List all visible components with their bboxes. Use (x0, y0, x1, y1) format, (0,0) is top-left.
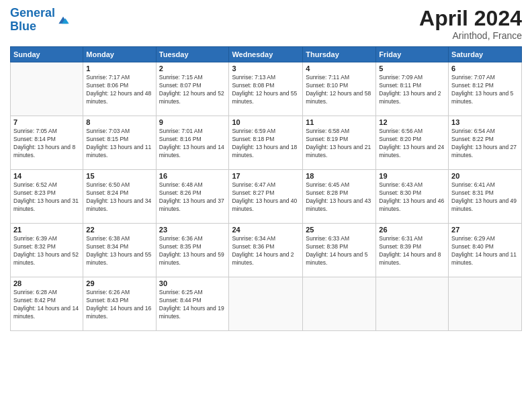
calendar-table: Sunday Monday Tuesday Wednesday Thursday… (10, 46, 522, 331)
day-number: 28 (13, 279, 80, 287)
title-block: April 2024 Arinthod, France (419, 7, 522, 41)
col-tuesday: Tuesday (156, 47, 229, 62)
day-cell: 15Sunrise: 6:50 AMSunset: 8:24 PMDayligh… (83, 170, 156, 224)
day-cell: 2Sunrise: 7:15 AMSunset: 8:07 PMDaylight… (156, 62, 229, 116)
logo-line2: Blue (10, 19, 36, 33)
day-info: Sunrise: 6:29 AMSunset: 8:40 PMDaylight:… (451, 235, 519, 267)
day-cell: 18Sunrise: 6:45 AMSunset: 8:28 PMDayligh… (303, 170, 376, 224)
day-cell: 10Sunrise: 6:59 AMSunset: 8:18 PMDayligh… (229, 116, 303, 170)
day-info: Sunrise: 7:13 AMSunset: 8:08 PMDaylight:… (232, 74, 300, 106)
day-info: Sunrise: 6:45 AMSunset: 8:28 PMDaylight:… (306, 181, 373, 214)
day-info: Sunrise: 6:39 AMSunset: 8:32 PMDaylight:… (13, 235, 80, 267)
day-info: Sunrise: 7:17 AMSunset: 8:06 PMDaylight:… (86, 74, 152, 106)
logo-icon (56, 13, 70, 27)
day-number: 18 (306, 172, 373, 180)
day-cell: 24Sunrise: 6:34 AMSunset: 8:36 PMDayligh… (229, 224, 303, 277)
day-number: 30 (159, 279, 226, 287)
day-number: 3 (232, 64, 300, 73)
title-location: Arinthod, France (419, 30, 522, 41)
logo-line1: General (10, 6, 55, 19)
col-monday: Monday (83, 47, 156, 62)
day-number: 7 (13, 118, 80, 126)
day-info: Sunrise: 6:43 AMSunset: 8:30 PMDaylight:… (379, 181, 445, 214)
day-number: 5 (379, 64, 445, 73)
day-info: Sunrise: 7:11 AMSunset: 8:10 PMDaylight:… (306, 74, 373, 106)
day-cell: 12Sunrise: 6:56 AMSunset: 8:20 PMDayligh… (376, 116, 449, 170)
day-number: 17 (232, 172, 300, 180)
day-cell (376, 277, 449, 331)
day-info: Sunrise: 6:25 AMSunset: 8:44 PMDaylight:… (159, 289, 226, 321)
day-cell: 28Sunrise: 6:28 AMSunset: 8:42 PMDayligh… (11, 277, 83, 331)
day-cell: 9Sunrise: 7:01 AMSunset: 8:16 PMDaylight… (156, 116, 229, 170)
title-month: April 2024 (419, 7, 522, 30)
day-number: 19 (379, 172, 445, 180)
col-wednesday: Wednesday (229, 47, 303, 62)
week-row-5: 28Sunrise: 6:28 AMSunset: 8:42 PMDayligh… (11, 277, 522, 331)
day-number: 1 (86, 64, 152, 73)
day-cell (303, 277, 376, 331)
day-number: 25 (306, 226, 373, 234)
col-thursday: Thursday (303, 47, 376, 62)
week-row-1: 1Sunrise: 7:17 AMSunset: 8:06 PMDaylight… (11, 62, 522, 116)
day-info: Sunrise: 7:01 AMSunset: 8:16 PMDaylight:… (159, 128, 226, 160)
logo: General Blue (10, 7, 70, 34)
day-number: 20 (451, 172, 519, 180)
page: General Blue April 2024 Arinthod, France… (0, 0, 532, 411)
day-info: Sunrise: 6:47 AMSunset: 8:27 PMDaylight:… (232, 181, 300, 214)
day-number: 8 (86, 118, 152, 126)
week-row-2: 7Sunrise: 7:05 AMSunset: 8:14 PMDaylight… (11, 116, 522, 170)
day-number: 13 (451, 118, 519, 126)
day-cell: 4Sunrise: 7:11 AMSunset: 8:10 PMDaylight… (303, 62, 376, 116)
day-info: Sunrise: 6:33 AMSunset: 8:38 PMDaylight:… (306, 235, 373, 267)
day-info: Sunrise: 6:56 AMSunset: 8:20 PMDaylight:… (379, 128, 445, 160)
day-cell: 1Sunrise: 7:17 AMSunset: 8:06 PMDaylight… (83, 62, 156, 116)
day-info: Sunrise: 6:41 AMSunset: 8:31 PMDaylight:… (451, 181, 519, 214)
day-cell: 7Sunrise: 7:05 AMSunset: 8:14 PMDaylight… (11, 116, 83, 170)
day-number: 26 (379, 226, 445, 234)
day-cell: 25Sunrise: 6:33 AMSunset: 8:38 PMDayligh… (303, 224, 376, 277)
header-row: Sunday Monday Tuesday Wednesday Thursday… (11, 47, 522, 62)
day-info: Sunrise: 6:31 AMSunset: 8:39 PMDaylight:… (379, 235, 445, 267)
day-info: Sunrise: 6:58 AMSunset: 8:19 PMDaylight:… (306, 128, 373, 160)
day-cell (229, 277, 303, 331)
day-number: 21 (13, 226, 80, 234)
day-cell: 30Sunrise: 6:25 AMSunset: 8:44 PMDayligh… (156, 277, 229, 331)
header: General Blue April 2024 Arinthod, France (10, 7, 522, 41)
day-cell: 5Sunrise: 7:09 AMSunset: 8:11 PMDaylight… (376, 62, 449, 116)
day-number: 10 (232, 118, 300, 126)
day-number: 29 (86, 279, 152, 287)
day-info: Sunrise: 6:28 AMSunset: 8:42 PMDaylight:… (13, 289, 80, 321)
day-cell: 21Sunrise: 6:39 AMSunset: 8:32 PMDayligh… (11, 224, 83, 277)
day-info: Sunrise: 6:48 AMSunset: 8:26 PMDaylight:… (159, 181, 226, 214)
day-info: Sunrise: 7:09 AMSunset: 8:11 PMDaylight:… (379, 74, 445, 106)
day-number: 9 (159, 118, 226, 126)
day-info: Sunrise: 7:03 AMSunset: 8:15 PMDaylight:… (86, 128, 152, 160)
day-number: 15 (86, 172, 152, 180)
day-cell: 8Sunrise: 7:03 AMSunset: 8:15 PMDaylight… (83, 116, 156, 170)
day-info: Sunrise: 6:50 AMSunset: 8:24 PMDaylight:… (86, 181, 152, 214)
day-cell: 6Sunrise: 7:07 AMSunset: 8:12 PMDaylight… (449, 62, 522, 116)
col-sunday: Sunday (11, 47, 83, 62)
day-cell: 16Sunrise: 6:48 AMSunset: 8:26 PMDayligh… (156, 170, 229, 224)
day-cell: 26Sunrise: 6:31 AMSunset: 8:39 PMDayligh… (376, 224, 449, 277)
day-number: 24 (232, 226, 300, 234)
day-number: 4 (306, 64, 373, 73)
day-number: 11 (306, 118, 373, 126)
day-cell (11, 62, 83, 116)
day-info: Sunrise: 7:15 AMSunset: 8:07 PMDaylight:… (159, 74, 226, 106)
day-cell (449, 277, 522, 331)
day-number: 12 (379, 118, 445, 126)
day-info: Sunrise: 6:52 AMSunset: 8:23 PMDaylight:… (13, 181, 80, 214)
week-row-3: 14Sunrise: 6:52 AMSunset: 8:23 PMDayligh… (11, 170, 522, 224)
day-cell: 22Sunrise: 6:38 AMSunset: 8:34 PMDayligh… (83, 224, 156, 277)
col-saturday: Saturday (449, 47, 522, 62)
day-cell: 27Sunrise: 6:29 AMSunset: 8:40 PMDayligh… (449, 224, 522, 277)
logo-text: General Blue (10, 7, 55, 34)
col-friday: Friday (376, 47, 449, 62)
day-number: 16 (159, 172, 226, 180)
day-cell: 23Sunrise: 6:36 AMSunset: 8:35 PMDayligh… (156, 224, 229, 277)
day-cell: 3Sunrise: 7:13 AMSunset: 8:08 PMDaylight… (229, 62, 303, 116)
week-row-4: 21Sunrise: 6:39 AMSunset: 8:32 PMDayligh… (11, 224, 522, 277)
day-info: Sunrise: 7:07 AMSunset: 8:12 PMDaylight:… (451, 74, 519, 106)
day-number: 23 (159, 226, 226, 234)
